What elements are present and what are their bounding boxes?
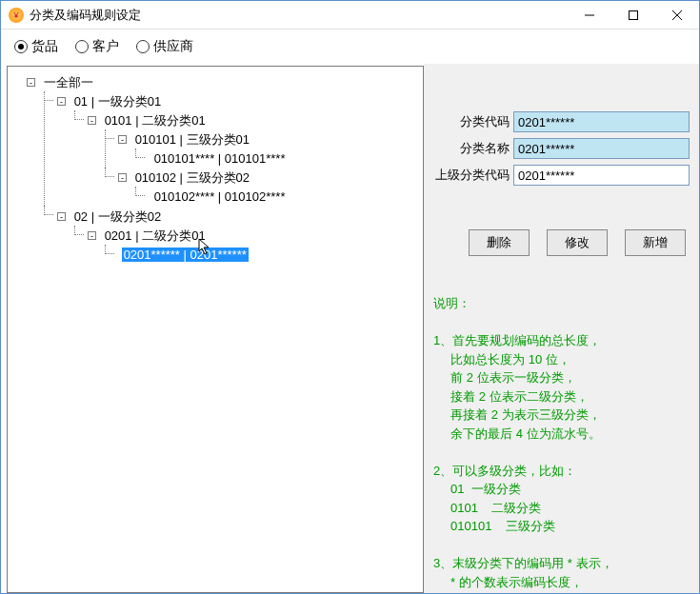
window-title: 分类及编码规则设定 <box>30 7 568 24</box>
app-icon: ¥ <box>9 8 24 23</box>
collapse-icon[interactable]: - <box>88 231 96 240</box>
svg-rect-1 <box>630 10 638 19</box>
radio-supplier-label: 供应商 <box>153 38 193 55</box>
right-pane: 分类代码 分类名称 上级分类代码 删除 修改 新增 说明： 1、首先要规划编码的… <box>424 64 699 593</box>
tree-node-label: 0201****** | 0201****** <box>122 248 249 262</box>
tree-node[interactable]: - 01 | 一级分类01 - 0101 | 二级分类01 - <box>44 91 419 206</box>
help-body: 1、首先要规划编码的总长度， 比如总长度为 10 位， 前 2 位表示一级分类，… <box>433 333 650 589</box>
code-input[interactable] <box>513 111 690 132</box>
parent-code-label: 上级分类代码 <box>433 167 513 184</box>
maximize-button[interactable] <box>611 1 655 29</box>
form-row-parent: 上级分类代码 <box>433 165 690 186</box>
radio-goods-label: 货品 <box>31 38 58 55</box>
form-area: 分类代码 分类名称 上级分类代码 <box>433 73 690 191</box>
category-tree: - 一全部一 - 01 | 一级分类01 - 0101 | 二级分类01 <box>11 72 419 264</box>
delete-button[interactable]: 删除 <box>469 229 530 256</box>
minimize-icon <box>585 10 594 20</box>
titlebar: ¥ 分类及编码规则设定 <box>1 1 699 30</box>
tree-node[interactable]: - 0101 | 二级分类01 - 010101 | 三级分类01 <box>74 110 419 206</box>
tree-node[interactable]: - 010101 | 三级分类01 010101**** | 010101***… <box>105 129 419 168</box>
form-row-code: 分类代码 <box>433 111 690 132</box>
collapse-icon[interactable]: - <box>57 212 66 221</box>
collapse-icon[interactable]: - <box>88 116 96 125</box>
tree-node-label: 01 | 一级分类01 <box>72 94 164 109</box>
tree-node-label: 010101 | 三级分类01 <box>133 132 251 147</box>
radio-icon <box>14 40 28 53</box>
collapse-icon[interactable]: - <box>118 135 127 144</box>
radio-goods[interactable]: 货品 <box>14 38 58 55</box>
tree-leaf-selected[interactable]: 0201****** | 0201****** <box>105 245 419 264</box>
app-window: ¥ 分类及编码规则设定 货品 客户 供应商 <box>0 0 700 594</box>
tree-pane[interactable]: - 一全部一 - 01 | 一级分类01 - 0101 | 二级分类01 <box>7 66 424 593</box>
collapse-icon[interactable]: - <box>27 78 35 87</box>
tree-node-label: 0101 | 二级分类01 <box>103 113 208 128</box>
tree-node-label: 一全部一 <box>42 75 95 89</box>
parent-code-input[interactable] <box>513 165 690 186</box>
collapse-icon[interactable]: - <box>57 97 66 106</box>
help-title: 说明： <box>433 296 470 310</box>
radio-icon <box>136 40 150 53</box>
close-icon <box>672 10 682 20</box>
name-input[interactable] <box>513 138 690 159</box>
radio-customer-label: 客户 <box>92 38 119 55</box>
name-label: 分类名称 <box>433 140 513 157</box>
category-type-radios: 货品 客户 供应商 <box>1 30 699 64</box>
button-row: 删除 修改 新增 <box>433 229 690 256</box>
radio-icon <box>75 40 89 53</box>
tree-node-label: 010102 | 三级分类02 <box>133 170 251 185</box>
tree-node[interactable]: - 02 | 一级分类02 - 0201 | 二级分类01 <box>44 206 419 263</box>
window-controls <box>568 1 699 29</box>
help-text: 说明： 1、首先要规划编码的总长度， 比如总长度为 10 位， 前 2 位表示一… <box>433 294 690 589</box>
tree-node-label: 02 | 一级分类02 <box>72 209 164 224</box>
main-area: - 一全部一 - 01 | 一级分类01 - 0101 | 二级分类01 <box>1 64 699 593</box>
modify-button[interactable]: 修改 <box>547 229 608 256</box>
form-row-name: 分类名称 <box>433 138 690 159</box>
tree-node-root[interactable]: - 一全部一 - 01 | 一级分类01 - 0101 | 二级分类01 <box>13 72 419 264</box>
tree-leaf[interactable]: 010101**** | 010101**** <box>135 148 419 168</box>
tree-node-label: 010101**** | 010101**** <box>152 151 288 166</box>
maximize-icon <box>629 10 638 20</box>
radio-customer[interactable]: 客户 <box>75 38 119 55</box>
code-label: 分类代码 <box>433 113 513 130</box>
tree-leaf[interactable]: 010102**** | 010102**** <box>135 187 419 206</box>
tree-node[interactable]: - 010102 | 三级分类02 010102**** | 010102***… <box>105 168 419 206</box>
minimize-button[interactable] <box>568 1 611 29</box>
add-button[interactable]: 新增 <box>625 229 686 256</box>
tree-node-label: 010102**** | 010102**** <box>152 189 288 204</box>
tree-node[interactable]: - 0201 | 二级分类01 0201****** | 0201****** <box>74 226 419 264</box>
collapse-icon[interactable]: - <box>118 173 127 182</box>
close-button[interactable] <box>655 1 699 29</box>
radio-supplier[interactable]: 供应商 <box>136 38 193 55</box>
tree-node-label: 0201 | 二级分类01 <box>103 228 208 243</box>
